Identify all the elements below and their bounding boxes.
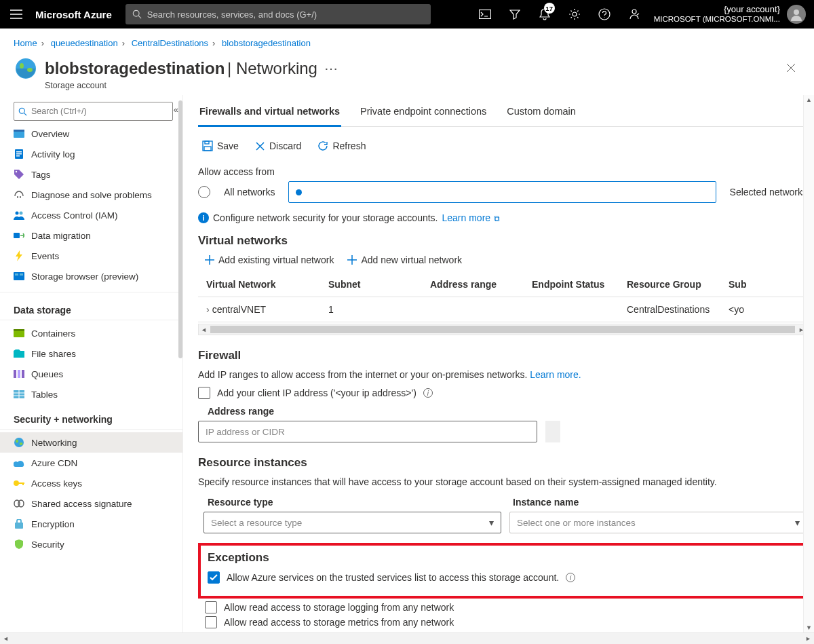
account-block[interactable]: {your account} MICROSOFT (MICROSOFT.ONMI… bbox=[650, 4, 784, 24]
info-banner: i Configure network security for your st… bbox=[198, 212, 807, 223]
collapse-sidebar-icon[interactable]: « bbox=[174, 105, 178, 115]
chevron-down-icon: ▾ bbox=[489, 517, 494, 528]
add-existing-vnet[interactable]: Add existing virtual network bbox=[205, 254, 334, 265]
exception-logging-checkbox[interactable] bbox=[205, 601, 217, 613]
close-icon[interactable] bbox=[781, 57, 800, 81]
feedback-icon[interactable] bbox=[620, 0, 648, 29]
sidebar-item-diagnose[interactable]: Diagnose and solve problems bbox=[0, 185, 182, 205]
address-range-label: Address range bbox=[208, 406, 807, 417]
address-range-input[interactable] bbox=[198, 421, 537, 442]
sidebar-item-queues[interactable]: Queues bbox=[0, 364, 182, 384]
resource-type-col: Resource type bbox=[208, 497, 502, 508]
console-icon[interactable] bbox=[471, 0, 499, 29]
chevron-down-icon: ▾ bbox=[795, 517, 800, 528]
add-client-ip-label: Add your client IP address ('<your ip ad… bbox=[217, 387, 416, 398]
info-icon[interactable]: i bbox=[423, 388, 433, 398]
info-icon: i bbox=[198, 212, 209, 223]
svg-point-30 bbox=[16, 440, 18, 443]
hamburger-icon[interactable] bbox=[8, 10, 24, 19]
sidebar-item-file-shares[interactable]: File shares bbox=[0, 343, 182, 364]
sidebar-item-tables[interactable]: Tables bbox=[0, 384, 182, 404]
tab-custom-domain[interactable]: Custom domain bbox=[505, 99, 577, 126]
tab-firewalls[interactable]: Firewalls and virtual networks bbox=[198, 99, 341, 127]
content-vertical-scrollbar[interactable]: ▲▼ bbox=[803, 95, 814, 632]
tag-icon bbox=[14, 169, 24, 180]
discard-button[interactable]: Discard bbox=[251, 138, 305, 154]
sidebar-item-access-control[interactable]: Access Control (IAM) bbox=[0, 205, 182, 225]
sidebar-item-overview[interactable]: Overview bbox=[0, 124, 182, 144]
sidebar-item-activity-log[interactable]: Activity log bbox=[0, 144, 182, 164]
radio-selected-networks[interactable] bbox=[288, 181, 716, 203]
exception-trusted-checkbox[interactable] bbox=[208, 571, 220, 584]
exception-metrics-label: Allow read access to storage metrics fro… bbox=[224, 617, 454, 628]
svg-point-32 bbox=[14, 480, 19, 486]
sidebar-item-containers[interactable]: Containers bbox=[0, 323, 182, 343]
save-button[interactable]: Save bbox=[198, 138, 243, 154]
svg-rect-37 bbox=[15, 523, 23, 529]
chevron-right-icon[interactable]: › bbox=[206, 304, 210, 315]
filter-icon[interactable] bbox=[501, 0, 529, 29]
search-icon bbox=[132, 10, 142, 19]
tab-private-endpoint[interactable]: Private endpoint connections bbox=[359, 99, 488, 126]
sidebar-search-input[interactable] bbox=[31, 107, 168, 116]
info-icon[interactable]: i bbox=[566, 573, 575, 582]
sidebar-item-networking[interactable]: Networking bbox=[0, 432, 182, 453]
sidebar-item-encryption[interactable]: Encryption bbox=[0, 514, 182, 534]
svg-point-5 bbox=[794, 10, 799, 15]
sidebar-scrollbar[interactable] bbox=[178, 100, 182, 358]
exception-trusted-label: Allow Azure services on the trusted serv… bbox=[227, 572, 559, 583]
avatar[interactable] bbox=[787, 5, 806, 24]
window-horizontal-scrollbar[interactable]: ◄► bbox=[0, 632, 814, 644]
resource-type-select[interactable]: Select a resource type▾ bbox=[204, 512, 501, 533]
sidebar-item-events[interactable]: Events bbox=[0, 246, 182, 266]
sidebar-item-security[interactable]: Security bbox=[0, 534, 182, 554]
svg-point-2 bbox=[573, 12, 577, 16]
sidebar-item-access-keys[interactable]: Access keys bbox=[0, 473, 182, 493]
sidebar-item-sas[interactable]: Shared access signature bbox=[0, 493, 182, 514]
svg-rect-22 bbox=[20, 273, 23, 276]
more-icon[interactable]: ⋯ bbox=[324, 60, 338, 77]
vnet-header: Virtual networks bbox=[198, 234, 807, 248]
table-row[interactable]: ›centralVNET 1 CentralDestinations <yo bbox=[198, 297, 807, 322]
help-icon[interactable] bbox=[590, 0, 619, 29]
tabs: Firewalls and virtual networks Private e… bbox=[198, 99, 807, 127]
svg-point-17 bbox=[16, 212, 19, 215]
svg-point-3 bbox=[599, 9, 610, 20]
table-horizontal-scrollbar[interactable]: ◄► bbox=[198, 324, 807, 335]
breadcrumb-item[interactable]: blobstoragedestination bbox=[222, 38, 311, 48]
svg-rect-39 bbox=[205, 141, 209, 144]
add-client-ip-checkbox[interactable] bbox=[198, 387, 210, 399]
global-search-input[interactable] bbox=[147, 10, 424, 20]
add-new-vnet[interactable]: Add new virtual network bbox=[347, 254, 462, 265]
radio-all-networks[interactable] bbox=[198, 186, 210, 198]
storage-browser-icon bbox=[14, 271, 24, 282]
firewall-learn-more[interactable]: Learn more. bbox=[530, 369, 581, 380]
global-search[interactable] bbox=[125, 4, 431, 24]
sidebar-search[interactable] bbox=[14, 102, 173, 121]
breadcrumb-item[interactable]: CentralDestinations bbox=[132, 38, 208, 48]
sas-icon bbox=[14, 498, 24, 509]
events-icon bbox=[14, 250, 24, 261]
breadcrumb-item[interactable]: Home bbox=[14, 38, 37, 48]
refresh-button[interactable]: Refresh bbox=[313, 138, 370, 154]
exceptions-header: Exceptions bbox=[208, 551, 798, 565]
sidebar-item-azure-cdn[interactable]: Azure CDN bbox=[0, 453, 182, 473]
settings-icon[interactable] bbox=[560, 0, 589, 29]
breadcrumb-item[interactable]: queuedestination bbox=[51, 38, 118, 48]
notifications-icon[interactable]: 17 bbox=[530, 0, 559, 29]
exception-metrics-checkbox[interactable] bbox=[205, 616, 217, 628]
sidebar-item-storage-browser[interactable]: Storage browser (preview) bbox=[0, 266, 182, 286]
account-name: {your account} bbox=[654, 4, 780, 15]
svg-point-4 bbox=[632, 10, 636, 14]
search-icon bbox=[18, 107, 27, 116]
svg-point-18 bbox=[20, 212, 23, 215]
learn-more-link[interactable]: Learn more ⧉ bbox=[442, 212, 501, 223]
sidebar-item-tags[interactable]: Tags bbox=[0, 164, 182, 185]
info-text: Configure network security for your stor… bbox=[213, 212, 438, 223]
instance-name-select[interactable]: Select one or more instances▾ bbox=[509, 512, 807, 533]
sidebar-item-data-migration[interactable]: Data migration bbox=[0, 225, 182, 246]
shield-icon bbox=[14, 539, 24, 550]
tables-icon bbox=[14, 389, 24, 400]
instance-name-col: Instance name bbox=[513, 497, 807, 508]
content-pane: Firewalls and virtual networks Private e… bbox=[183, 95, 814, 632]
